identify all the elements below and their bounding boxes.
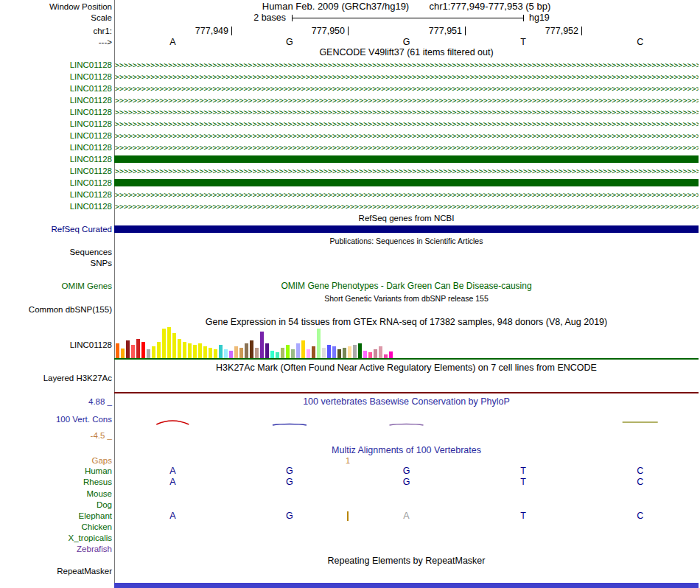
gtex-bar (374, 349, 377, 358)
gtex-bar (219, 345, 223, 358)
gtex-bar (198, 343, 202, 358)
alignment-base: G (284, 511, 295, 521)
gtex-bar (379, 346, 382, 358)
alignment-base: A (167, 477, 178, 487)
gencode-transcript-arrows: >>>>>>>>>>>>>>>>>>>>>>>>>>>>>>>>>>>>>>>>… (115, 167, 699, 175)
gtex-bar (239, 348, 243, 358)
species-label[interactable]: Zebrafish (0, 544, 112, 554)
species-label[interactable]: Chicken (0, 522, 112, 532)
ruler-tick (465, 27, 466, 35)
ruler-position-label: 777,950 (287, 27, 345, 36)
ruler-position-label: 777,952 (521, 27, 578, 36)
gtex-bar (245, 343, 248, 358)
gtex-bar (327, 345, 331, 358)
gencode-row-label[interactable]: LINC01128 (0, 154, 112, 164)
gtex-bar (270, 351, 274, 358)
gtex-bar (332, 346, 336, 358)
ruler-tick (348, 27, 349, 35)
gtex-bar (255, 348, 259, 358)
sequence-base: T (518, 37, 528, 47)
species-label[interactable]: Human (0, 466, 112, 476)
gtex-bar (203, 346, 207, 358)
sequence-base: A (167, 37, 178, 47)
gtex-bar (193, 345, 197, 358)
gtex-bar (265, 343, 269, 358)
gtex-bar (353, 345, 357, 358)
gencode-transcript-arrows: >>>>>>>>>>>>>>>>>>>>>>>>>>>>>>>>>>>>>>>>… (115, 203, 699, 211)
gencode-row-label[interactable]: LINC01128 (0, 142, 112, 153)
alignment-base: G (402, 466, 412, 476)
gtex-bar (363, 351, 367, 358)
gtex-bar (188, 343, 192, 358)
gtex-bar (281, 348, 284, 358)
ruler-position-label: 777,949 (171, 27, 228, 36)
gtex-bar (384, 354, 388, 358)
gencode-row-label[interactable]: LINC01128 (0, 166, 112, 176)
alignment-base: G (402, 477, 412, 487)
gencode-row-label[interactable]: LINC01128 (0, 130, 112, 141)
gencode-row-label[interactable]: LINC01128 (0, 189, 112, 200)
gtex-bar (296, 343, 300, 358)
alignment-base: G (284, 466, 295, 476)
species-label[interactable]: Rhesus (0, 477, 112, 487)
gtex-bar (234, 346, 238, 358)
gtex-bar (307, 349, 310, 358)
gencode-transcript-arrows: >>>>>>>>>>>>>>>>>>>>>>>>>>>>>>>>>>>>>>>>… (115, 120, 699, 128)
alignment-base: A (167, 466, 178, 476)
alignment-base: C (635, 466, 645, 476)
gencode-row-label[interactable]: LINC01128 (0, 201, 112, 211)
gencode-row-label[interactable]: LINC01128 (0, 83, 112, 94)
alignment-base: A (402, 511, 412, 521)
ruler-position-label: 777,951 (405, 27, 462, 36)
alignment-base: T (518, 477, 528, 487)
gencode-row-label[interactable]: LINC01128 (0, 71, 112, 82)
gtex-bar (229, 351, 233, 358)
gencode-row-label[interactable]: LINC01128 (0, 119, 112, 129)
gencode-exon-bar (114, 179, 699, 186)
gtex-bar (389, 351, 393, 358)
species-label[interactable]: Mouse (0, 489, 112, 499)
gencode-transcript-arrows: >>>>>>>>>>>>>>>>>>>>>>>>>>>>>>>>>>>>>>>>… (115, 73, 699, 81)
gtex-bar (183, 342, 186, 358)
gtex-bar (286, 345, 290, 358)
gtex-bar (172, 333, 176, 358)
gtex-bar (157, 342, 161, 358)
species-label[interactable]: Dog (0, 500, 112, 510)
gencode-transcript-arrows: >>>>>>>>>>>>>>>>>>>>>>>>>>>>>>>>>>>>>>>>… (115, 132, 699, 140)
gencode-row-label[interactable]: LINC01128 (0, 178, 112, 188)
gtex-bar (343, 348, 346, 358)
gtex-bar (348, 346, 351, 358)
gtex-bar (209, 348, 212, 358)
sequence-base: C (635, 37, 645, 47)
dynamic-layer: 777,949777,950777,951777,952AGGTCLINC011… (0, 0, 700, 588)
gencode-transcript-arrows: >>>>>>>>>>>>>>>>>>>>>>>>>>>>>>>>>>>>>>>>… (115, 97, 699, 105)
gtex-bar (337, 349, 341, 358)
gtex-bar (224, 349, 228, 358)
gtex-bar (214, 349, 217, 358)
gtex-bar (250, 340, 253, 358)
alignment-base: G (284, 477, 295, 487)
ruler-tick (581, 27, 582, 35)
alignment-base: T (518, 466, 528, 476)
alignment-base: C (635, 511, 645, 521)
gtex-bar (136, 339, 140, 358)
species-label[interactable]: Elephant (0, 511, 112, 521)
gtex-bar (317, 329, 321, 358)
gencode-row-label[interactable]: LINC01128 (0, 107, 112, 117)
gencode-transcript-arrows: >>>>>>>>>>>>>>>>>>>>>>>>>>>>>>>>>>>>>>>>… (115, 191, 699, 199)
gencode-row-label[interactable]: LINC01128 (0, 95, 112, 105)
gtex-bar (162, 329, 166, 358)
gencode-row-label[interactable]: LINC01128 (0, 60, 112, 70)
alignment-gap-tick (347, 511, 349, 521)
ruler-tick (231, 27, 232, 35)
alignment-base: T (518, 511, 528, 521)
genome-browser-image: Window Position Human Feb. 2009 (GRCh37/… (0, 0, 700, 588)
gtex-bar (116, 343, 119, 358)
species-label[interactable]: X_tropicalis (0, 533, 112, 543)
gtex-bar (368, 352, 372, 358)
gtex-bar (167, 327, 171, 358)
alignment-base: A (167, 511, 178, 521)
gencode-transcript-arrows: >>>>>>>>>>>>>>>>>>>>>>>>>>>>>>>>>>>>>>>>… (115, 144, 699, 152)
gtex-bar (152, 346, 155, 358)
gtex-bar (126, 340, 130, 358)
